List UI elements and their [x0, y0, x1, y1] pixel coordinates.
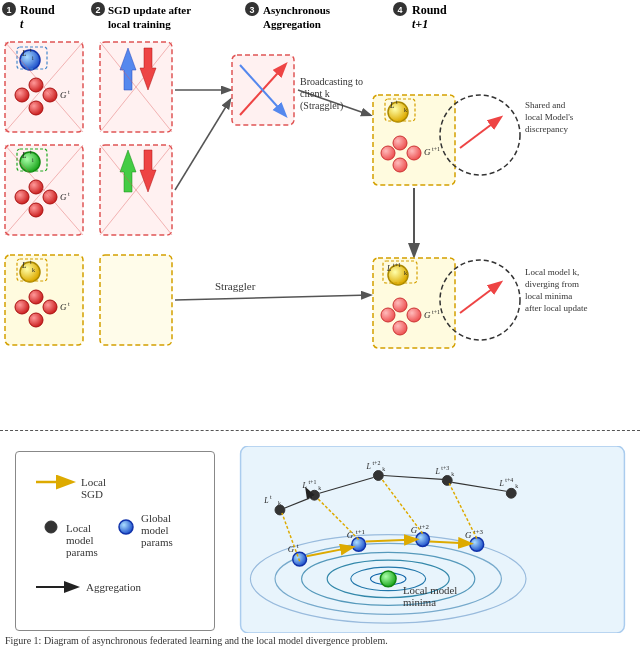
svg-rect-55	[100, 145, 172, 235]
svg-line-59	[100, 145, 172, 235]
svg-text:client k: client k	[300, 88, 330, 99]
bottom-area: Local SGD Local model params Global mode…	[0, 430, 640, 648]
svg-text:Broadcasting to: Broadcasting to	[300, 76, 363, 87]
svg-text:t+1: t+1	[432, 146, 440, 152]
svg-text:1: 1	[6, 5, 11, 15]
contour-area: Local model minima G t G t+1 G t+2 G t+3	[235, 446, 630, 633]
svg-text:t+4: t+4	[505, 477, 513, 483]
svg-point-135	[352, 538, 366, 552]
svg-text:L: L	[389, 101, 395, 110]
svg-text:t: t	[68, 89, 70, 95]
svg-line-34	[100, 42, 172, 132]
svg-text:t+1: t+1	[412, 17, 428, 31]
svg-point-83	[393, 158, 407, 172]
svg-point-8	[245, 2, 259, 16]
svg-line-104	[460, 283, 500, 313]
svg-rect-96	[383, 261, 417, 283]
svg-point-141	[470, 538, 484, 552]
svg-text:Straggler: Straggler	[215, 280, 256, 292]
svg-point-138	[416, 533, 430, 547]
svg-text:G: G	[424, 310, 431, 320]
svg-text:L: L	[21, 261, 27, 270]
svg-line-33	[100, 42, 172, 132]
svg-point-81	[393, 136, 407, 150]
diagram-svg: 1 Round t 2 SGD update after local train…	[0, 0, 640, 430]
svg-point-97	[381, 308, 395, 322]
figure-caption: Figure 1: Diagram of asynchronous federa…	[5, 635, 388, 646]
svg-point-82	[407, 146, 421, 160]
contour-svg: Local model minima G t G t+1 G t+2 G t+3	[235, 446, 630, 633]
svg-point-4	[91, 2, 105, 16]
svg-line-37	[240, 65, 285, 115]
svg-point-24	[43, 88, 57, 102]
svg-point-0	[2, 2, 16, 16]
svg-text:(Straggler): (Straggler)	[300, 100, 343, 112]
svg-line-58	[100, 145, 172, 235]
svg-text:Shared and: Shared and	[525, 100, 566, 110]
svg-point-67	[29, 290, 43, 304]
top-diagram: 1 Round t 2 SGD update after local train…	[0, 0, 640, 430]
svg-text:L: L	[498, 479, 503, 488]
svg-text:Local: Local	[81, 476, 106, 488]
svg-point-47	[15, 190, 29, 204]
svg-point-25	[29, 101, 43, 115]
svg-text:k: k	[515, 483, 518, 489]
svg-text:Aggregation: Aggregation	[86, 581, 141, 593]
main-container: 1 Round t 2 SGD update after local train…	[0, 0, 640, 648]
svg-text:k: k	[32, 267, 35, 273]
svg-text:minima: minima	[403, 596, 436, 608]
svg-line-36	[240, 65, 285, 115]
svg-text:t: t	[396, 99, 398, 105]
svg-text:diverging from: diverging from	[525, 279, 579, 289]
svg-rect-60	[5, 255, 83, 345]
svg-point-23	[29, 78, 43, 92]
svg-text:t+1: t+1	[393, 262, 401, 268]
svg-text:k: k	[451, 471, 454, 477]
svg-rect-79	[385, 99, 415, 121]
svg-point-100	[393, 321, 407, 335]
svg-text:discrepancy: discrepancy	[525, 124, 568, 134]
svg-text:2: 2	[95, 5, 100, 15]
svg-text:t: t	[68, 191, 70, 197]
svg-text:L: L	[21, 49, 27, 58]
svg-rect-16	[5, 42, 83, 132]
svg-point-163	[275, 505, 285, 515]
svg-point-129	[380, 571, 396, 587]
svg-rect-35	[232, 55, 294, 125]
svg-text:G: G	[465, 530, 472, 540]
svg-point-22	[15, 88, 29, 102]
svg-text:t: t	[30, 149, 32, 155]
svg-point-116	[119, 520, 133, 534]
svg-text:Aggregation: Aggregation	[263, 18, 321, 30]
svg-text:t+3: t+3	[441, 465, 449, 471]
svg-text:L: L	[21, 151, 27, 160]
svg-text:t+2: t+2	[420, 523, 430, 530]
svg-text:i: i	[32, 157, 34, 163]
svg-text:Round: Round	[20, 3, 55, 17]
svg-point-12	[393, 2, 407, 16]
svg-text:t: t	[20, 17, 24, 31]
svg-rect-91	[373, 258, 455, 348]
svg-text:k: k	[278, 500, 281, 506]
svg-rect-46	[17, 149, 47, 171]
svg-text:t: t	[297, 542, 299, 549]
svg-text:Local: Local	[66, 522, 91, 534]
svg-point-147	[309, 490, 319, 500]
svg-text:t: t	[30, 47, 32, 53]
svg-rect-65	[17, 259, 47, 281]
svg-point-69	[29, 313, 43, 327]
svg-point-92	[388, 265, 408, 285]
svg-text:params: params	[141, 536, 173, 548]
svg-marker-31	[120, 48, 136, 90]
svg-text:Asynchronous: Asynchronous	[263, 4, 331, 16]
svg-text:t+2: t+2	[372, 460, 380, 466]
svg-text:Local model k,: Local model k,	[525, 267, 579, 277]
svg-point-66	[15, 300, 29, 314]
svg-text:k: k	[404, 270, 407, 276]
svg-marker-32	[140, 48, 156, 90]
svg-point-155	[442, 476, 452, 486]
svg-text:G: G	[424, 147, 431, 157]
svg-text:model: model	[66, 534, 94, 546]
svg-text:k: k	[404, 107, 407, 113]
svg-point-99	[407, 308, 421, 322]
